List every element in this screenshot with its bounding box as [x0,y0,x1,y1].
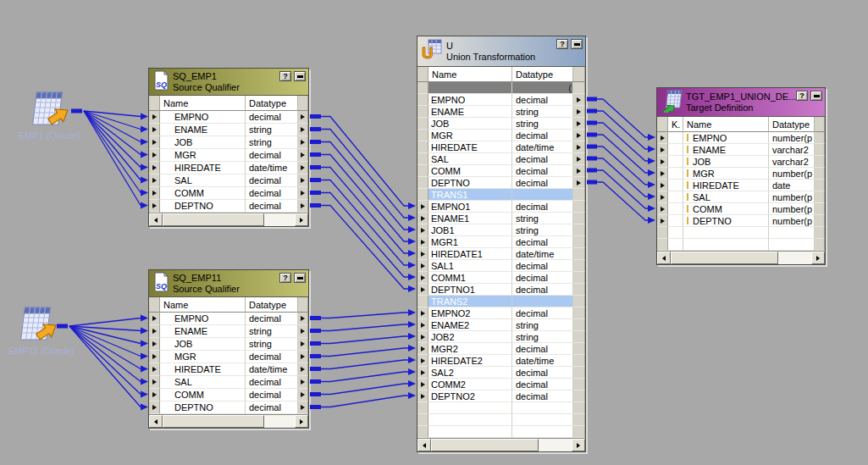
input-port-icon [421,252,425,257]
port-row[interactable]: HIREDATEdate/time [149,363,308,376]
port-row[interactable]: EMPNOdecimal [149,111,308,124]
port-row[interactable]: EMPNO2decimal [417,307,585,319]
port-row[interactable]: MGR2decimal [417,343,585,355]
port-row[interactable]: DEPTNO1decimal [417,284,585,296]
transformation-target[interactable]: TGT_EMP1_UNION_DE... Target Definition ?… [656,87,826,265]
right-port-cell [298,376,308,389]
transformation-sq-emp11[interactable]: SQ SQ_EMP11 Source Qualifier ? Name Data… [148,269,309,429]
port-row[interactable]: SAL2decimal [417,367,585,379]
port-row[interactable]: EMPNOdecimal [149,313,308,325]
input-port-icon [152,178,157,183]
port-row[interactable]: MGRnumber(p [657,168,825,180]
port-row[interactable]: DEPTNOdecimal [149,200,308,213]
transformation-sq-emp1[interactable]: SQ SQ_EMP1 Source Qualifier ? Name Datat… [148,68,309,227]
port-row[interactable]: ENAMEvarchar2 [657,144,825,156]
port-row[interactable]: JOBstring [417,118,585,130]
scrollbar-track[interactable] [264,213,295,226]
scrollbar-thumb[interactable] [431,439,539,451]
port-row[interactable]: COMMdecimal [149,389,308,401]
scrollbar-thumb[interactable] [163,415,264,428]
minimize-button[interactable] [294,273,306,283]
union-titlebar[interactable]: U U Union Transformation ? [417,36,585,67]
minimize-button[interactable] [294,71,306,81]
port-row[interactable]: JOBstring [149,136,308,149]
scroll-right-button[interactable] [811,252,825,264]
scrollbar-track[interactable] [539,439,572,451]
port-row[interactable]: HIREDATEdate/time [149,162,308,174]
scroll-right-button[interactable] [295,415,308,428]
horizontal-scrollbar[interactable] [149,414,308,428]
port-row[interactable]: COMMdecimal [149,187,308,200]
source-table-icon[interactable] [25,88,73,136]
port-row[interactable]: COMM2decimal [417,379,585,390]
port-row[interactable]: DEPTNOdecimal [149,401,308,414]
port-row[interactable]: MGRdecimal [149,149,308,162]
output-port-icon [301,329,305,334]
help-button[interactable]: ? [279,273,291,283]
left-port-cell [657,144,668,156]
input-port-icon [421,358,425,363]
scroll-right-button[interactable] [572,439,585,451]
port-row[interactable]: HIREDATEdate [657,180,825,191]
sq-emp11-titlebar[interactable]: SQ SQ_EMP11 Source Qualifier ? [149,270,308,297]
scrollbar-track[interactable] [778,252,811,264]
horizontal-scrollbar[interactable] [417,438,585,451]
port-row[interactable]: COMMdecimal [417,165,585,177]
horizontal-scrollbar[interactable] [149,213,308,226]
scrollbar-thumb[interactable] [163,213,264,226]
scroll-left-button[interactable] [149,415,163,428]
help-button[interactable]: ? [556,39,568,49]
port-row[interactable]: MGRdecimal [149,351,308,363]
scrollbar-thumb[interactable] [671,252,778,264]
port-row[interactable]: JOBstring [149,338,308,351]
output-group-header-row[interactable]: ( [417,82,585,94]
scroll-right-button[interactable] [295,213,308,226]
port-row[interactable]: SALdecimal [149,376,308,389]
sq-emp1-titlebar[interactable]: SQ SQ_EMP1 Source Qualifier ? [149,69,308,96]
port-row[interactable]: HIREDATE2date/time [417,355,585,367]
port-row[interactable]: EMPNOdecimal [417,94,585,106]
port-row[interactable]: ENAME2string [417,319,585,331]
port-row[interactable]: HIREDATEdate/time [417,141,585,153]
port-row[interactable]: SALnumber(p [657,191,825,203]
scrollbar-track[interactable] [264,415,295,428]
port-row[interactable]: DEPTNO2decimal [417,390,585,402]
right-port-cell [815,168,825,180]
port-row[interactable]: HIREDATE1date/time [417,248,585,260]
group-row[interactable]: TRANS2 [417,296,585,307]
scroll-left-button[interactable] [657,252,671,264]
port-row[interactable]: MGR1decimal [417,236,585,248]
port-row[interactable]: MGRdecimal [417,130,585,141]
left-port-cell [657,156,668,168]
source-table-icon[interactable] [14,303,61,351]
port-row[interactable]: DEPTNOdecimal [417,177,585,189]
right-port-cell [298,363,308,376]
left-port-cell [417,284,428,296]
left-port-cell [417,355,428,367]
port-row[interactable]: JOB1string [417,224,585,236]
scroll-left-button[interactable] [417,439,431,451]
port-row[interactable]: JOBvarchar2 [657,156,825,168]
port-row[interactable]: EMPNO1decimal [417,201,585,213]
scroll-left-button[interactable] [149,213,163,226]
port-row[interactable]: ENAMEstring [417,106,585,118]
help-button[interactable]: ? [796,91,808,101]
port-row[interactable]: SALdecimal [417,153,585,165]
port-row[interactable]: COMMnumber(p [657,203,825,215]
minimize-button[interactable] [810,91,822,101]
port-row[interactable]: COMM1decimal [417,272,585,284]
port-row[interactable]: ENAMEstring [149,124,308,136]
transformation-union[interactable]: U U Union Transformation ? Name Datatype… [417,36,586,452]
target-titlebar[interactable]: TGT_EMP1_UNION_DE... Target Definition ? [657,88,825,117]
port-row[interactable]: SAL1decimal [417,260,585,272]
port-row[interactable]: JOB2string [417,331,585,343]
port-row[interactable]: EMPNOnumber(p [657,132,825,144]
help-button[interactable]: ? [279,71,291,81]
port-row[interactable]: ENAMEstring [149,325,308,338]
group-row[interactable]: TRANS1 [417,189,585,201]
horizontal-scrollbar[interactable] [657,251,825,264]
minimize-button[interactable] [571,39,583,49]
port-row[interactable]: ENAME1string [417,213,585,224]
port-row[interactable]: SALdecimal [149,174,308,187]
port-row[interactable]: DEPTNOnumber(p [657,215,825,227]
